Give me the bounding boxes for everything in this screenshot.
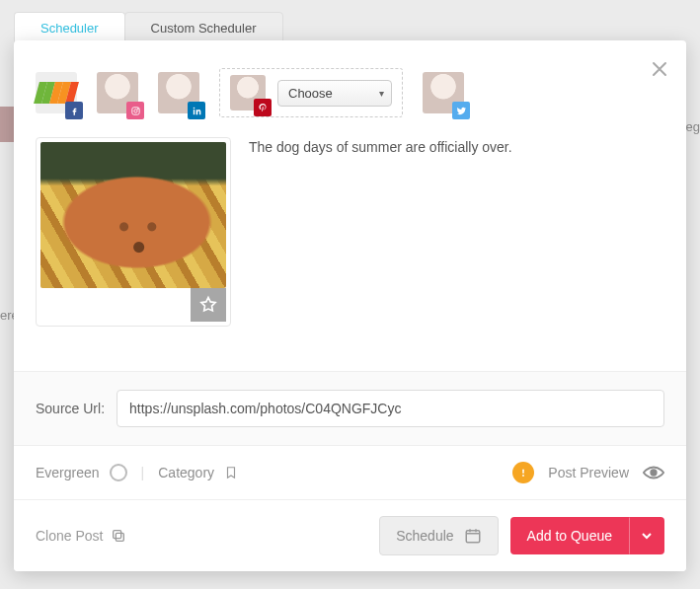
linkedin-icon xyxy=(188,102,205,119)
category-label: Category xyxy=(158,465,214,480)
source-url-input[interactable] xyxy=(117,390,664,427)
clone-post-button[interactable]: Clone Post xyxy=(36,528,126,544)
evergreen-toggle[interactable] xyxy=(110,464,127,481)
favorite-button[interactable] xyxy=(191,288,226,322)
clone-post-label: Clone Post xyxy=(36,528,103,544)
warning-icon[interactable] xyxy=(512,462,534,483)
account-facebook[interactable] xyxy=(36,72,77,113)
account-linkedin[interactable] xyxy=(158,72,199,113)
scheduler-modal: Choose ▾ The dog days of summer are offi… xyxy=(14,40,686,571)
evergreen-label: Evergreen xyxy=(36,465,100,480)
post-preview-label: Post Preview xyxy=(548,465,629,480)
svg-rect-10 xyxy=(466,531,480,543)
svg-point-2 xyxy=(137,108,138,109)
divider: | xyxy=(141,465,145,480)
copy-icon xyxy=(111,528,126,544)
post-image-card xyxy=(36,137,231,327)
pinterest-board-select[interactable]: Choose xyxy=(277,80,392,107)
source-url-label: Source Url: xyxy=(36,401,105,416)
schedule-button[interactable]: Schedule xyxy=(379,516,498,555)
post-image xyxy=(40,142,226,288)
queue-label: Add to Queue xyxy=(527,528,612,544)
svg-rect-8 xyxy=(117,533,124,541)
calendar-icon xyxy=(464,527,482,545)
twitter-icon xyxy=(452,102,470,119)
facebook-icon xyxy=(65,102,83,119)
svg-point-6 xyxy=(522,475,524,477)
account-instagram[interactable] xyxy=(97,72,138,113)
close-icon[interactable] xyxy=(651,60,668,81)
add-to-queue-dropdown[interactable] xyxy=(629,517,664,554)
svg-point-1 xyxy=(133,109,136,111)
account-pinterest[interactable] xyxy=(230,75,266,110)
svg-point-4 xyxy=(193,107,194,109)
caret-down-icon xyxy=(642,531,652,541)
accounts-row: Choose ▾ xyxy=(14,40,686,131)
svg-rect-3 xyxy=(193,110,194,114)
bookmark-icon[interactable] xyxy=(224,465,238,480)
svg-rect-5 xyxy=(523,470,525,475)
svg-rect-9 xyxy=(114,531,121,539)
svg-point-7 xyxy=(651,470,657,476)
schedule-label: Schedule xyxy=(396,528,453,544)
post-caption[interactable]: The dog days of summer are officially ov… xyxy=(249,137,512,155)
pinterest-icon xyxy=(254,99,272,116)
add-to-queue-button[interactable]: Add to Queue xyxy=(510,517,629,554)
account-twitter[interactable] xyxy=(423,72,464,113)
eye-icon[interactable] xyxy=(643,465,664,480)
instagram-icon xyxy=(126,102,144,119)
pinterest-group: Choose ▾ xyxy=(219,68,403,117)
